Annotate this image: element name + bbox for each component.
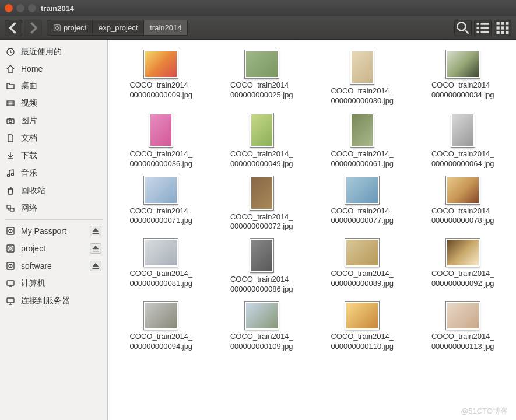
titlebar: train2014: [0, 0, 516, 16]
svg-rect-7: [477, 31, 479, 33]
image-thumbnail: [446, 302, 480, 330]
image-thumbnail: [446, 50, 480, 78]
file-item[interactable]: COCO_train2014_000000000077.jpg: [314, 174, 411, 235]
sidebar-label: Home: [21, 64, 101, 74]
grid-view-button[interactable]: [494, 20, 511, 36]
search-button[interactable]: [454, 20, 472, 36]
forward-button[interactable]: [24, 20, 42, 36]
svg-point-21: [9, 120, 12, 123]
close-button[interactable]: [5, 4, 13, 12]
file-item[interactable]: COCO_train2014_000000000009.jpg: [113, 48, 210, 108]
svg-rect-14: [506, 26, 508, 29]
image-thumbnail: [451, 113, 475, 147]
minimize-button[interactable]: [16, 4, 24, 12]
sidebar-item[interactable]: 计算机: [0, 275, 107, 292]
breadcrumb-item[interactable]: train2014: [144, 20, 187, 35]
svg-point-32: [10, 248, 11, 249]
file-name: COCO_train2014_000000000064.jpg: [431, 149, 494, 169]
sidebar-item[interactable]: Home: [0, 61, 107, 77]
file-name: COCO_train2014_000000000036.jpg: [129, 149, 192, 169]
sidebar-label: 计算机: [21, 278, 101, 289]
main: 最近使用的Home桌面视频图片文档下载音乐回收站网络My Passportpro…: [0, 40, 516, 420]
breadcrumb-item[interactable]: exp_project: [93, 20, 144, 35]
disk-icon: [6, 261, 15, 271]
breadcrumb-label: exp_project: [99, 23, 138, 32]
sidebar-label: 网络: [21, 203, 101, 214]
list-view-icon: [475, 20, 491, 36]
sidebar-item[interactable]: 视频: [0, 94, 107, 112]
breadcrumb-item[interactable]: project: [47, 20, 93, 35]
sidebar-label: 图片: [21, 116, 101, 126]
file-item[interactable]: COCO_train2014_000000000030.jpg: [314, 48, 411, 108]
file-name: COCO_train2014_000000000094.jpg: [129, 332, 192, 352]
sidebar-item[interactable]: My Passport: [0, 222, 107, 240]
sidebar-label: 文档: [21, 133, 101, 144]
file-name: COCO_train2014_000000000009.jpg: [129, 80, 192, 100]
sidebar-item[interactable]: 音乐: [0, 164, 107, 182]
sidebar-item[interactable]: 最近使用的: [0, 43, 107, 61]
file-item[interactable]: COCO_train2014_000000000036.jpg: [113, 111, 210, 172]
svg-rect-22: [9, 118, 11, 119]
svg-rect-3: [477, 23, 479, 25]
content-area[interactable]: COCO_train2014_000000000009.jpgCOCO_trai…: [108, 40, 516, 420]
file-item[interactable]: COCO_train2014_000000000110.jpg: [314, 299, 411, 354]
file-item[interactable]: COCO_train2014_000000000034.jpg: [415, 48, 512, 108]
image-thumbnail: [144, 302, 178, 330]
maximize-button[interactable]: [28, 4, 36, 12]
file-item[interactable]: COCO_train2014_000000000081.jpg: [113, 236, 210, 297]
sidebar-item[interactable]: 下载: [0, 147, 107, 164]
svg-point-35: [10, 265, 11, 267]
file-item[interactable]: COCO_train2014_000000000071.jpg: [113, 174, 210, 235]
image-thumbnail: [250, 113, 273, 147]
image-thumbnail: [350, 113, 374, 147]
file-item[interactable]: COCO_train2014_000000000086.jpg: [213, 236, 311, 297]
svg-point-29: [10, 230, 11, 232]
sidebar-label: 连接到服务器: [21, 296, 101, 306]
sidebar-item[interactable]: 网络: [0, 200, 107, 217]
file-item[interactable]: COCO_train2014_000000000072.jpg: [213, 174, 311, 235]
file-name: COCO_train2014_000000000049.jpg: [230, 149, 293, 169]
file-item[interactable]: COCO_train2014_000000000092.jpg: [415, 236, 512, 297]
file-item[interactable]: COCO_train2014_000000000113.jpg: [415, 299, 512, 354]
list-view-button[interactable]: [474, 20, 492, 36]
sidebar-label: My Passport: [21, 226, 84, 236]
breadcrumb: projectexp_projecttrain2014: [47, 20, 188, 36]
search-icon: [455, 20, 471, 36]
sidebar-item[interactable]: software: [0, 257, 107, 275]
sidebar-label: 音乐: [21, 168, 101, 178]
file-item[interactable]: COCO_train2014_000000000064.jpg: [415, 111, 512, 172]
sidebar-item[interactable]: 桌面: [0, 77, 107, 94]
file-item[interactable]: COCO_train2014_000000000049.jpg: [213, 111, 311, 172]
file-item[interactable]: COCO_train2014_000000000094.jpg: [113, 299, 210, 354]
sidebar-label: 视频: [21, 98, 101, 108]
svg-point-2: [457, 22, 465, 30]
file-name: COCO_train2014_000000000034.jpg: [431, 80, 494, 100]
eject-button[interactable]: [90, 243, 101, 254]
file-name: COCO_train2014_000000000081.jpg: [129, 269, 192, 289]
sidebar-item[interactable]: project: [0, 240, 107, 257]
eject-button[interactable]: [90, 226, 101, 236]
computer-icon: [6, 279, 15, 288]
file-item[interactable]: COCO_train2014_000000000109.jpg: [213, 299, 311, 354]
trash-icon: [6, 186, 15, 195]
back-button[interactable]: [5, 20, 22, 36]
toolbar: projectexp_projecttrain2014: [0, 16, 516, 40]
image-thumbnail: [245, 302, 279, 330]
svg-rect-0: [54, 24, 61, 31]
grid-view-icon: [494, 20, 511, 36]
sidebar-item[interactable]: 文档: [0, 130, 107, 147]
watermark: @51CTO博客: [461, 406, 508, 416]
sidebar-item[interactable]: 回收站: [0, 182, 107, 200]
sidebar-item[interactable]: 连接到服务器: [0, 292, 107, 310]
image-thumbnail: [144, 50, 178, 78]
sidebar-item[interactable]: 图片: [0, 112, 107, 130]
file-item[interactable]: COCO_train2014_000000000078.jpg: [415, 174, 512, 235]
file-name: COCO_train2014_000000000078.jpg: [431, 206, 494, 226]
server-icon: [6, 296, 15, 306]
file-item[interactable]: COCO_train2014_000000000061.jpg: [314, 111, 411, 172]
eject-button[interactable]: [90, 261, 101, 271]
file-item[interactable]: COCO_train2014_000000000089.jpg: [314, 236, 411, 297]
file-name: COCO_train2014_000000000025.jpg: [230, 80, 293, 100]
sidebar: 最近使用的Home桌面视频图片文档下载音乐回收站网络My Passportpro…: [0, 40, 108, 420]
file-item[interactable]: COCO_train2014_000000000025.jpg: [213, 48, 311, 108]
